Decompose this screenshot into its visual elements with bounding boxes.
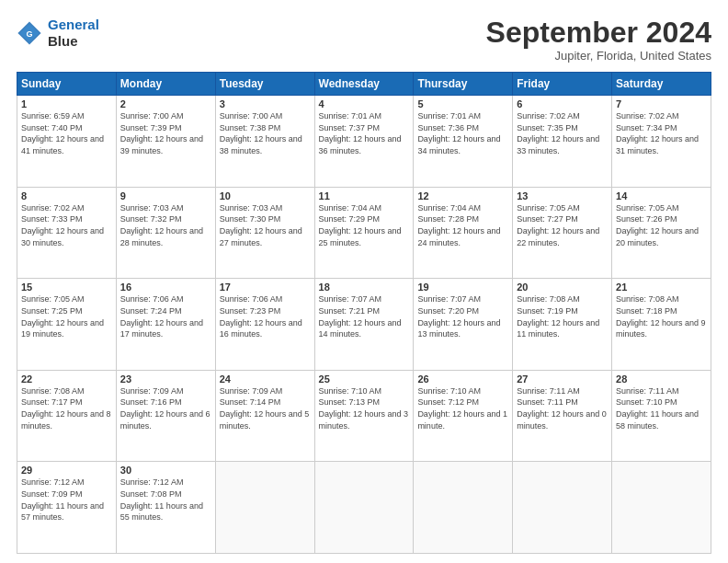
- week-row-3: 15 Sunrise: 7:05 AMSunset: 7:25 PMDaylig…: [17, 279, 711, 371]
- calendar-cell: [414, 462, 513, 554]
- day-number: 21: [616, 282, 707, 293]
- day-number: 15: [21, 282, 112, 293]
- day-info: Sunrise: 7:05 AMSunset: 7:26 PMDaylight:…: [616, 203, 699, 247]
- day-info: Sunrise: 7:06 AMSunset: 7:23 PMDaylight:…: [220, 294, 302, 339]
- calendar-cell: [513, 462, 612, 554]
- calendar-cell: 25 Sunrise: 7:10 AMSunset: 7:13 PMDaylig…: [314, 370, 414, 462]
- day-info: Sunrise: 7:04 AMSunset: 7:29 PMDaylight:…: [319, 203, 402, 247]
- calendar-cell: 22 Sunrise: 7:08 AMSunset: 7:17 PMDaylig…: [17, 370, 117, 462]
- svg-text:G: G: [26, 29, 32, 39]
- logo-icon: G: [17, 20, 42, 46]
- day-number: 20: [517, 282, 608, 293]
- day-number: 11: [319, 190, 410, 201]
- calendar-header-row: Sunday Monday Tuesday Wednesday Thursday…: [17, 73, 711, 96]
- day-info: Sunrise: 7:12 AMSunset: 7:09 PMDaylight:…: [21, 477, 104, 522]
- day-info: Sunrise: 7:06 AMSunset: 7:24 PMDaylight:…: [120, 294, 203, 339]
- calendar-cell: 10 Sunrise: 7:03 AMSunset: 7:30 PMDaylig…: [215, 187, 314, 279]
- logo-text: General Blue: [48, 17, 99, 50]
- header-tuesday: Tuesday: [215, 73, 314, 96]
- day-info: Sunrise: 7:05 AMSunset: 7:25 PMDaylight:…: [21, 294, 104, 339]
- week-row-2: 8 Sunrise: 7:02 AMSunset: 7:33 PMDayligh…: [17, 187, 711, 279]
- calendar-cell: 12 Sunrise: 7:04 AMSunset: 7:28 PMDaylig…: [414, 187, 513, 279]
- day-info: Sunrise: 7:05 AMSunset: 7:27 PMDaylight:…: [517, 203, 599, 247]
- header-thursday: Thursday: [414, 73, 513, 96]
- calendar-cell: 26 Sunrise: 7:10 AMSunset: 7:12 PMDaylig…: [414, 370, 513, 462]
- day-number: 1: [21, 98, 112, 109]
- day-info: Sunrise: 7:03 AMSunset: 7:30 PMDaylight:…: [220, 203, 302, 247]
- day-info: Sunrise: 7:08 AMSunset: 7:18 PMDaylight:…: [616, 294, 706, 339]
- day-number: 23: [120, 373, 211, 385]
- day-number: 17: [220, 282, 311, 293]
- calendar-cell: 13 Sunrise: 7:05 AMSunset: 7:27 PMDaylig…: [513, 187, 612, 279]
- day-info: Sunrise: 7:02 AMSunset: 7:33 PMDaylight:…: [21, 203, 104, 247]
- calendar-cell: 9 Sunrise: 7:03 AMSunset: 7:32 PMDayligh…: [116, 187, 215, 279]
- location: Jupiter, Florida, United States: [486, 49, 711, 63]
- calendar-cell: 17 Sunrise: 7:06 AMSunset: 7:23 PMDaylig…: [215, 279, 314, 371]
- day-number: 22: [21, 373, 112, 385]
- calendar-cell: 11 Sunrise: 7:04 AMSunset: 7:29 PMDaylig…: [314, 187, 414, 279]
- day-info: Sunrise: 7:09 AMSunset: 7:16 PMDaylight:…: [120, 386, 210, 431]
- day-info: Sunrise: 7:00 AMSunset: 7:38 PMDaylight:…: [220, 111, 302, 155]
- day-number: 12: [417, 190, 508, 201]
- day-info: Sunrise: 6:59 AMSunset: 7:40 PMDaylight:…: [21, 111, 104, 155]
- calendar-cell: 14 Sunrise: 7:05 AMSunset: 7:26 PMDaylig…: [612, 187, 711, 279]
- day-number: 10: [220, 190, 311, 201]
- calendar-cell: 2 Sunrise: 7:00 AMSunset: 7:39 PMDayligh…: [116, 96, 215, 188]
- calendar-cell: [612, 462, 711, 554]
- day-info: Sunrise: 7:01 AMSunset: 7:37 PMDaylight:…: [319, 111, 402, 155]
- day-number: 6: [517, 98, 608, 109]
- day-info: Sunrise: 7:11 AMSunset: 7:10 PMDaylight:…: [616, 386, 699, 431]
- day-info: Sunrise: 7:10 AMSunset: 7:12 PMDaylight:…: [417, 386, 507, 431]
- day-info: Sunrise: 7:01 AMSunset: 7:36 PMDaylight:…: [417, 111, 500, 155]
- calendar-cell: 23 Sunrise: 7:09 AMSunset: 7:16 PMDaylig…: [116, 370, 215, 462]
- day-number: 5: [417, 98, 508, 109]
- day-number: 18: [319, 282, 410, 293]
- day-number: 2: [120, 98, 211, 109]
- calendar-cell: 5 Sunrise: 7:01 AMSunset: 7:36 PMDayligh…: [414, 96, 513, 188]
- day-number: 8: [21, 190, 112, 201]
- logo: G General Blue: [17, 17, 99, 50]
- day-info: Sunrise: 7:10 AMSunset: 7:13 PMDaylight:…: [319, 386, 409, 431]
- day-number: 19: [417, 282, 508, 293]
- header-monday: Monday: [116, 73, 215, 96]
- day-info: Sunrise: 7:00 AMSunset: 7:39 PMDaylight:…: [120, 111, 203, 155]
- calendar-table: Sunday Monday Tuesday Wednesday Thursday…: [17, 72, 711, 554]
- calendar-cell: 30 Sunrise: 7:12 AMSunset: 7:08 PMDaylig…: [116, 462, 215, 554]
- calendar-cell: 15 Sunrise: 7:05 AMSunset: 7:25 PMDaylig…: [17, 279, 117, 371]
- day-number: 3: [220, 98, 311, 109]
- day-info: Sunrise: 7:03 AMSunset: 7:32 PMDaylight:…: [120, 203, 203, 247]
- header-friday: Friday: [513, 73, 612, 96]
- day-number: 27: [517, 373, 608, 385]
- day-number: 9: [120, 190, 211, 201]
- day-info: Sunrise: 7:12 AMSunset: 7:08 PMDaylight:…: [120, 477, 203, 522]
- day-info: Sunrise: 7:02 AMSunset: 7:34 PMDaylight:…: [616, 111, 699, 155]
- day-number: 30: [120, 465, 211, 476]
- calendar-cell: 28 Sunrise: 7:11 AMSunset: 7:10 PMDaylig…: [612, 370, 711, 462]
- day-info: Sunrise: 7:09 AMSunset: 7:14 PMDaylight:…: [220, 386, 310, 431]
- calendar-cell: 24 Sunrise: 7:09 AMSunset: 7:14 PMDaylig…: [215, 370, 314, 462]
- calendar-cell: [215, 462, 314, 554]
- calendar-cell: 7 Sunrise: 7:02 AMSunset: 7:34 PMDayligh…: [612, 96, 711, 188]
- month-title: September 2024: [486, 17, 711, 49]
- header-sunday: Sunday: [17, 73, 117, 96]
- day-number: 14: [616, 190, 707, 201]
- calendar-cell: 6 Sunrise: 7:02 AMSunset: 7:35 PMDayligh…: [513, 96, 612, 188]
- calendar-cell: [314, 462, 414, 554]
- calendar-cell: 19 Sunrise: 7:07 AMSunset: 7:20 PMDaylig…: [414, 279, 513, 371]
- calendar-cell: 20 Sunrise: 7:08 AMSunset: 7:19 PMDaylig…: [513, 279, 612, 371]
- day-number: 7: [616, 98, 707, 109]
- calendar-cell: 27 Sunrise: 7:11 AMSunset: 7:11 PMDaylig…: [513, 370, 612, 462]
- calendar-cell: 21 Sunrise: 7:08 AMSunset: 7:18 PMDaylig…: [612, 279, 711, 371]
- day-number: 25: [319, 373, 410, 385]
- day-info: Sunrise: 7:02 AMSunset: 7:35 PMDaylight:…: [517, 111, 599, 155]
- day-number: 16: [120, 282, 211, 293]
- day-number: 24: [220, 373, 311, 385]
- calendar-cell: 3 Sunrise: 7:00 AMSunset: 7:38 PMDayligh…: [215, 96, 314, 188]
- day-number: 4: [319, 98, 410, 109]
- day-number: 29: [21, 465, 112, 476]
- logo-line1: General: [48, 17, 99, 32]
- day-info: Sunrise: 7:07 AMSunset: 7:20 PMDaylight:…: [417, 294, 500, 339]
- day-number: 28: [616, 373, 707, 385]
- calendar-cell: 29 Sunrise: 7:12 AMSunset: 7:09 PMDaylig…: [17, 462, 117, 554]
- page: G General Blue September 2024 Jupiter, F…: [0, 0, 728, 563]
